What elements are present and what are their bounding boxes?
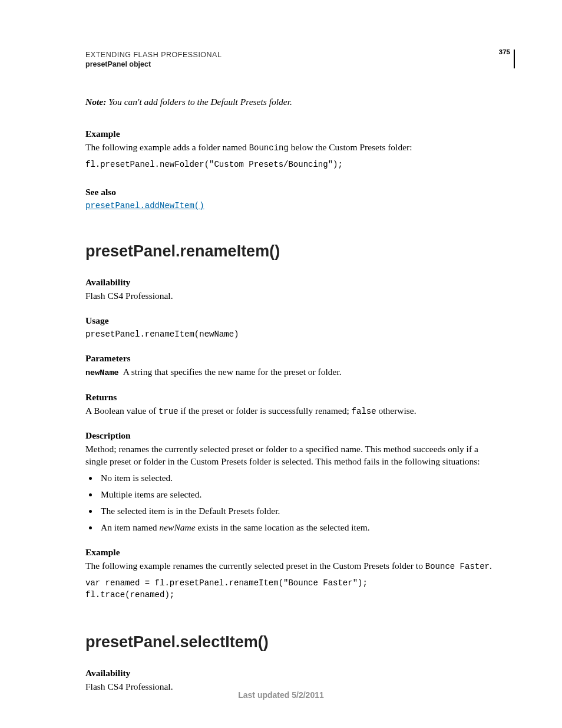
- text: if the preset or folder is successfully …: [178, 406, 352, 416]
- returns-text: A Boolean value of true if the preset or…: [85, 405, 497, 417]
- method-title-renameitem: presetPanel.renameItem(): [85, 242, 497, 261]
- inline-code: Bounce Faster: [425, 562, 490, 571]
- text: The following example renames the curren…: [85, 561, 425, 571]
- inline-code-true: true: [158, 407, 178, 416]
- text: The following example adds a folder name…: [85, 142, 249, 152]
- seealso-block: See also presetPanel.addNewItem(): [85, 187, 497, 210]
- returns-block: Returns A Boolean value of true if the p…: [85, 392, 497, 417]
- availability-heading: Availability: [85, 668, 497, 678]
- availability-block-2: Availability Flash CS4 Professional.: [85, 668, 497, 693]
- example-heading: Example: [85, 547, 497, 558]
- list-item: An item named newName exists in the same…: [98, 522, 497, 534]
- header-subtitle: presetPanel object: [85, 60, 497, 68]
- usage-code: presetPanel.renameItem(newName): [85, 328, 497, 340]
- param-text: A string that specifies the new name for…: [123, 367, 342, 377]
- header-title: EXTENDING FLASH PROFESSIONAL: [85, 51, 497, 59]
- list-item: No item is selected.: [98, 472, 497, 485]
- usage-block: Usage presetPanel.renameItem(newName): [85, 315, 497, 340]
- italic-text: newName: [159, 522, 195, 532]
- inline-code: Bouncing: [249, 143, 289, 153]
- availability-heading: Availability: [85, 277, 497, 288]
- seealso-link[interactable]: presetPanel.addNewItem(): [85, 201, 204, 210]
- availability-block: Availability Flash CS4 Professional.: [85, 277, 497, 302]
- list-item: The selected item is in the Default Pres…: [98, 505, 497, 518]
- text: exists in the same location as the selec…: [196, 522, 370, 532]
- description-heading: Description: [85, 430, 497, 441]
- text: An item named: [101, 522, 159, 532]
- note-text-body: You can't add folders to the Default Pre…: [108, 97, 292, 107]
- seealso-heading: See also: [85, 187, 497, 197]
- availability-text: Flash CS4 Professional.: [85, 290, 497, 302]
- description-text: Method; renames the currently selected p…: [85, 443, 497, 468]
- description-bullets: No item is selected. Multiple items are …: [85, 472, 497, 534]
- page-number: 375: [499, 48, 510, 55]
- text: below the Custom Presets folder:: [289, 142, 412, 152]
- note-label: Note:: [85, 97, 106, 107]
- running-header: 375 EXTENDING FLASH PROFESSIONAL presetP…: [85, 51, 497, 68]
- parameters-block: Parameters newName A string that specifi…: [85, 353, 497, 378]
- text: otherwise.: [376, 406, 416, 416]
- example-text: The following example renames the curren…: [85, 560, 497, 572]
- note-line: Note: You can't add folders to the Defau…: [85, 97, 497, 107]
- example-text: The following example adds a folder name…: [85, 141, 497, 154]
- list-item: Multiple items are selected.: [98, 489, 497, 501]
- example-block-1: Example The following example adds a fol…: [85, 129, 497, 170]
- parameters-heading: Parameters: [85, 353, 497, 364]
- parameter-line: newName A string that specifies the new …: [85, 366, 497, 378]
- inline-code-false: false: [352, 407, 376, 416]
- text: .: [490, 561, 492, 571]
- example-heading: Example: [85, 129, 497, 139]
- returns-heading: Returns: [85, 392, 497, 403]
- text: A Boolean value of: [85, 406, 158, 416]
- usage-heading: Usage: [85, 315, 497, 326]
- page: 375 EXTENDING FLASH PROFESSIONAL presetP…: [0, 0, 562, 728]
- header-rule: [514, 50, 515, 68]
- code-block: var renamed = fl.presetPanel.renameItem(…: [85, 577, 497, 601]
- method-title-selectitem: presetPanel.selectItem(): [85, 633, 497, 651]
- example-block-2: Example The following example renames th…: [85, 547, 497, 601]
- footer-updated: Last updated 5/2/2011: [0, 690, 562, 700]
- code-block: fl.presetPanel.newFolder("Custom Presets…: [85, 159, 497, 170]
- description-block: Description Method; renames the currentl…: [85, 430, 497, 535]
- param-name: newName: [85, 368, 119, 377]
